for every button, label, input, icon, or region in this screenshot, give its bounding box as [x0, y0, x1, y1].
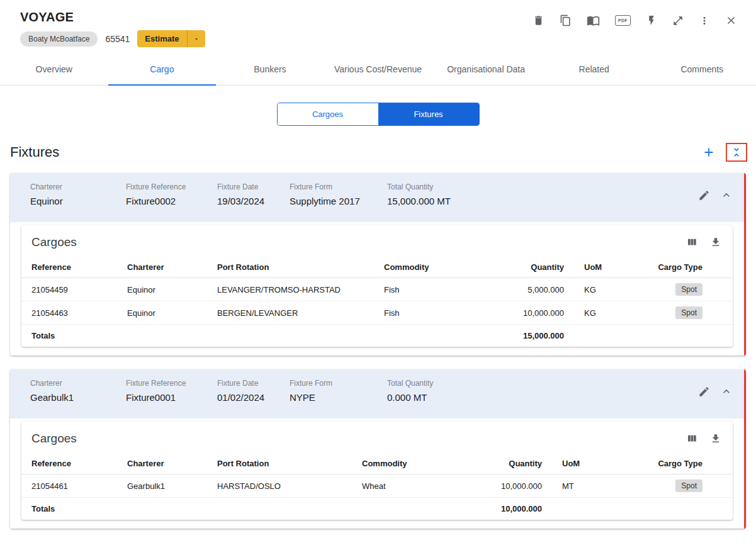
fixture-field-total-quantity: Total Quantity 15,000.000 MT	[387, 182, 526, 206]
cell-charterer: Gearbulk1	[117, 474, 207, 498]
cargoes-card-2-icons	[686, 433, 721, 444]
col-charterer: Charterer	[117, 453, 207, 474]
fixture-form-value: NYPE	[290, 392, 387, 403]
cell-cargo-type: Spot	[607, 474, 733, 498]
tab-related[interactable]: Related	[540, 55, 648, 85]
fixture-field-date: Fixture Date 19/03/2024	[217, 182, 290, 206]
cell-uom: MT	[552, 474, 607, 498]
fixture-date-value: 19/03/2024	[217, 196, 290, 206]
cell-quantity: 5,000.000	[500, 278, 574, 301]
cargo-type-badge: Spot	[675, 306, 702, 319]
chevron-up-icon[interactable]	[720, 189, 733, 201]
cell-reference: 21054459	[21, 278, 117, 301]
fixture-field-form: Fixture Form Supplytime 2017	[290, 182, 387, 206]
tab-bunkers[interactable]: Bunkers	[216, 55, 324, 85]
columns-icon[interactable]	[686, 433, 697, 444]
cell-reference: 21054461	[21, 474, 117, 498]
total-quantity-label: Total Quantity	[387, 182, 526, 191]
add-fixture-icon[interactable]	[702, 145, 716, 159]
more-options-icon[interactable]	[699, 15, 710, 26]
fixture-2-body: Cargoes Reference Charterer Port	[10, 418, 744, 529]
col-commodity: Commodity	[374, 257, 500, 278]
fixture-1-actions	[698, 182, 733, 201]
cell-cargo-type: Spot	[629, 278, 733, 301]
toggle-fixtures-button[interactable]: Fixtures	[378, 103, 479, 125]
table-row[interactable]: 21054461 Gearbulk1 HARSTAD/OSLO Wheat 10…	[21, 474, 733, 498]
cargoes-card-1-head: Cargoes	[21, 225, 733, 257]
vessel-chip[interactable]: Boaty McBoatface	[20, 31, 98, 47]
columns-icon[interactable]	[686, 237, 697, 248]
cargoes-card-1-icons	[686, 237, 721, 248]
cargoes-table-2: Reference Charterer Port Rotation Commod…	[21, 453, 733, 520]
tab-various-cost-revenue[interactable]: Various Cost/Revenue	[324, 55, 432, 85]
total-quantity-value: 15,000.000 MT	[387, 196, 526, 206]
totals-label: Totals	[21, 498, 117, 520]
fixture-field-charterer: Charterer Gearbulk1	[30, 379, 126, 403]
charterer-label: Charterer	[30, 379, 126, 388]
chevron-down-icon[interactable]	[187, 30, 205, 47]
fixture-field-form: Fixture Form NYPE	[290, 379, 387, 403]
cargoes-title: Cargoes	[31, 432, 77, 446]
total-quantity-label: Total Quantity	[387, 379, 526, 388]
col-cargo-type: Cargo Type	[607, 453, 733, 474]
toggle-cargoes-button[interactable]: Cargoes	[278, 103, 378, 125]
cell-port-rotation: BERGEN/LEVANGER	[207, 301, 374, 325]
copy-icon[interactable]	[560, 14, 572, 26]
col-quantity: Quantity	[478, 453, 552, 474]
cell-cargo-type: Spot	[629, 301, 733, 325]
totals-quantity: 10,000.000	[478, 498, 552, 520]
table-row[interactable]: 21054463 Equinor BERGEN/LEVANGER Fish 10…	[21, 301, 733, 325]
tab-cargo[interactable]: Cargo	[108, 55, 217, 85]
fixture-reference-label: Fixture Reference	[126, 379, 217, 388]
chevron-up-icon[interactable]	[720, 385, 733, 398]
col-port-rotation: Port Rotation	[207, 257, 374, 278]
col-reference: Reference	[21, 453, 117, 474]
expand-icon[interactable]	[672, 15, 684, 26]
voyage-number: 65541	[105, 34, 130, 44]
tab-comments[interactable]: Comments	[648, 55, 756, 85]
cell-charterer: Equinor	[117, 301, 207, 325]
col-quantity: Quantity	[500, 257, 574, 278]
edit-icon[interactable]	[698, 189, 710, 201]
cargoes-card-1: Cargoes Reference Charterer Port	[21, 225, 733, 347]
delete-icon[interactable]	[533, 14, 544, 26]
edit-icon[interactable]	[698, 386, 710, 398]
close-icon[interactable]	[725, 14, 737, 26]
pdf-icon[interactable]: PDF	[615, 15, 631, 26]
tab-overview[interactable]: Overview	[0, 55, 108, 85]
col-commodity: Commodity	[352, 453, 478, 474]
table-row[interactable]: 21054459 Equinor LEVANGER/TROMSO-HARSTAD…	[21, 278, 733, 301]
tab-organisational-data[interactable]: Organisational Data	[432, 55, 540, 85]
fixtures-section-actions	[702, 143, 747, 162]
charterer-label: Charterer	[30, 182, 126, 191]
cell-quantity: 10,000.000	[478, 474, 552, 498]
fixture-form-label: Fixture Form	[290, 182, 387, 191]
cell-commodity: Fish	[374, 301, 500, 325]
cell-commodity: Fish	[374, 278, 500, 301]
download-icon[interactable]	[710, 237, 721, 248]
fixture-reference-value: Fixture0001	[126, 392, 217, 403]
download-icon[interactable]	[710, 433, 721, 444]
estimate-label: Estimate	[137, 34, 186, 43]
fixture-form-value: Supplytime 2017	[290, 196, 387, 206]
collapse-all-icon[interactable]	[726, 143, 747, 162]
cell-charterer: Equinor	[117, 278, 207, 301]
cell-uom: KG	[574, 301, 629, 325]
cell-reference: 21054463	[21, 301, 117, 325]
book-icon[interactable]	[587, 14, 600, 27]
voyage-header: VOYAGE Boaty McBoatface 65541 Estimate P…	[0, 0, 756, 47]
header-toolbar: PDF	[533, 14, 737, 27]
estimate-button[interactable]: Estimate	[137, 30, 205, 47]
cargoes-card-2-head: Cargoes	[21, 422, 733, 453]
totals-row: Totals 10,000.000	[21, 498, 733, 520]
bolt-icon[interactable]	[646, 14, 657, 26]
cell-uom: KG	[574, 278, 629, 301]
cell-port-rotation: HARSTAD/OSLO	[207, 474, 352, 498]
cargo-type-badge: Spot	[675, 480, 702, 492]
fixture-field-reference: Fixture Reference Fixture0001	[126, 379, 217, 403]
fixture-1-body: Cargoes Reference Charterer Port	[10, 222, 744, 356]
fixture-date-value: 01/02/2024	[217, 392, 290, 403]
cargoes-card-2: Cargoes Reference Charterer Port	[21, 422, 733, 520]
view-toggle-wrap: Cargoes Fixtures	[0, 103, 756, 126]
cargoes-table-1: Reference Charterer Port Rotation Commod…	[21, 257, 733, 347]
